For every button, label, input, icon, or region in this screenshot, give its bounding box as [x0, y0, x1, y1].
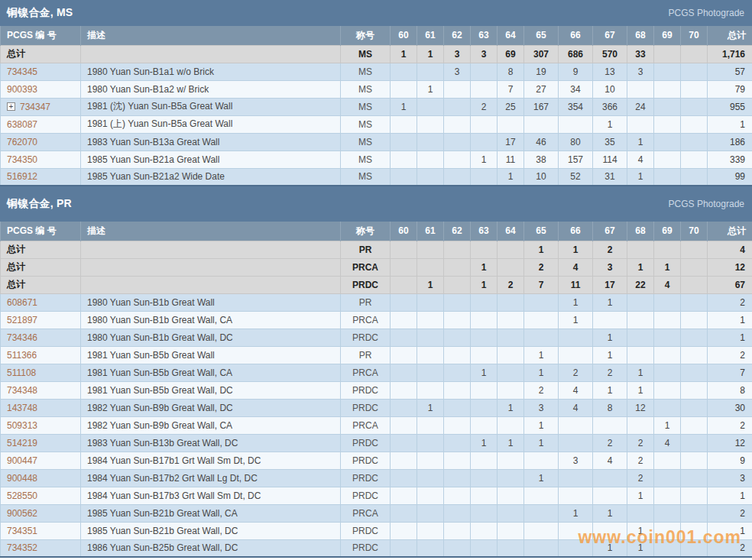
- grade-65-count-cell: 307: [524, 45, 559, 63]
- section-pr: 铜镍合金, PR PCGS Photograde PCGS 编 号描述称号606…: [0, 186, 752, 558]
- column-header-63: 63: [471, 26, 498, 45]
- photograde-link[interactable]: PCGS Photograde: [669, 8, 744, 18]
- pcgs-number-link[interactable]: 516912: [7, 171, 37, 182]
- grade-62-count-cell: [444, 487, 471, 504]
- total-row-label: 总计: [7, 244, 25, 254]
- pcgs-number-link[interactable]: 511108: [7, 367, 36, 378]
- pcgs-number-link[interactable]: 762070: [7, 137, 37, 147]
- designation-cell: PRCA: [341, 364, 391, 381]
- pcgs-number-link[interactable]: 900448: [7, 473, 37, 484]
- pcgs-number-link[interactable]: 900393: [7, 84, 37, 95]
- grade-66-count-cell: 157: [559, 151, 593, 168]
- grade-67-count-cell: 1: [593, 539, 627, 557]
- table-row: 7343481981 Yuan Sun-B5b Great Wall, DCPR…: [1, 381, 752, 399]
- grade-66-count-cell: 686: [559, 45, 593, 63]
- pcgs-number-link[interactable]: 734351: [7, 526, 37, 536]
- grade-62-count-cell: [444, 133, 471, 151]
- grade-68-count-cell: [627, 346, 654, 364]
- photograde-link[interactable]: PCGS Photograde: [669, 199, 744, 209]
- pcgs-cell: +734347: [1, 98, 81, 115]
- pcgs-cell: 762070: [1, 133, 81, 151]
- grade-68-count-cell: 1: [627, 522, 654, 539]
- grade-69-count-cell: 4: [654, 276, 681, 293]
- row-total-cell: 79: [708, 80, 752, 98]
- grade-63-count-cell: 2: [471, 98, 498, 115]
- grade-61-count-cell: [417, 293, 444, 311]
- pcgs-number-link[interactable]: 521897: [7, 315, 37, 325]
- grade-64-count-cell: [498, 329, 524, 346]
- column-header-row: PCGS 编 号描述称号6061626364656667686970总计: [1, 222, 752, 241]
- grade-60-count-cell: [391, 416, 417, 434]
- grade-70-count-cell: [681, 258, 708, 276]
- table-row: 9003931980 Yuan Sun-B1a2 w/ BrickMS17273…: [1, 80, 752, 98]
- grade-69-count-cell: [654, 80, 681, 98]
- designation-cell: PR: [341, 346, 391, 364]
- pcgs-number-link[interactable]: 608671: [7, 297, 37, 308]
- row-total-cell: 2: [708, 504, 752, 522]
- grade-68-count-cell: 1: [627, 168, 654, 186]
- grade-68-count-cell: 1: [627, 381, 654, 399]
- pcgs-number-link[interactable]: 638087: [7, 119, 37, 130]
- pcgs-number-link[interactable]: 734345: [7, 66, 37, 77]
- grade-63-count-cell: [471, 504, 498, 522]
- pcgs-number-link[interactable]: 528550: [7, 490, 37, 501]
- grade-67-count-cell: 4: [593, 452, 627, 469]
- grade-63-count-cell: 1: [471, 258, 498, 276]
- grade-66-count-cell: 1: [559, 504, 593, 522]
- pcgs-number-link[interactable]: 734346: [7, 332, 37, 343]
- column-header-designation: 称号: [341, 222, 391, 241]
- grade-70-count-cell: [681, 434, 708, 452]
- grade-70-count-cell: [681, 276, 708, 293]
- pcgs-cell: 143748: [1, 399, 81, 416]
- pcgs-number-link[interactable]: 511366: [7, 350, 37, 361]
- pcgs-number-link[interactable]: 900447: [7, 455, 37, 466]
- pcgs-number-link[interactable]: 900562: [7, 508, 37, 519]
- grade-68-count-cell: 33: [627, 45, 654, 63]
- row-total-cell: 57: [708, 63, 752, 80]
- pcgs-cell: 516912: [1, 168, 81, 186]
- grade-62-count-cell: 3: [444, 63, 471, 80]
- pcgs-number-link[interactable]: 509313: [7, 420, 37, 431]
- grade-68-count-cell: 2: [627, 452, 654, 469]
- designation-cell: PR: [341, 241, 391, 258]
- pcgs-number-link[interactable]: 143748: [7, 403, 37, 413]
- grade-60-count-cell: [391, 258, 417, 276]
- grade-62-count-cell: [444, 311, 471, 329]
- description-cell: 1981 Yuan Sun-B5b Great Wall, DC: [81, 381, 341, 399]
- grade-65-count-cell: [524, 539, 559, 557]
- pcgs-number-link[interactable]: 514219: [7, 438, 37, 448]
- pcgs-cell: 734351: [1, 522, 81, 539]
- grade-61-count-cell: [417, 452, 444, 469]
- grade-65-count-cell: [524, 487, 559, 504]
- grade-66-count-cell: [559, 115, 593, 133]
- grade-67-count-cell: 8: [593, 399, 627, 416]
- grade-63-count-cell: [471, 241, 498, 258]
- pcgs-number-link[interactable]: 734347: [20, 102, 50, 112]
- grade-67-count-cell: 2: [593, 434, 627, 452]
- designation-cell: MS: [341, 63, 391, 80]
- pcgs-number-link[interactable]: 734352: [7, 542, 37, 553]
- grade-68-count-cell: 24: [627, 98, 654, 115]
- grade-66-count-cell: 9: [559, 63, 593, 80]
- row-total-cell: 3: [708, 469, 752, 487]
- grade-62-count-cell: [444, 364, 471, 381]
- description-cell: 1982 Yuan Sun-B9b Great Wall, DC: [81, 399, 341, 416]
- grade-65-count-cell: 1: [524, 416, 559, 434]
- designation-cell: PRDC: [341, 539, 391, 557]
- table-row: 7343521986 Yuan Sun-B25b Great Wall, DCP…: [1, 539, 752, 557]
- pcgs-number-link[interactable]: 734350: [7, 154, 37, 165]
- grade-64-count-cell: [498, 364, 524, 381]
- grade-69-count-cell: [654, 487, 681, 504]
- column-header-65: 65: [524, 26, 559, 45]
- expand-plus-icon[interactable]: +: [7, 102, 15, 111]
- total-row-label: 总计: [7, 279, 25, 290]
- grade-70-count-cell: [681, 381, 708, 399]
- pcgs-number-link[interactable]: 734348: [7, 385, 37, 396]
- grade-69-count-cell: [654, 151, 681, 168]
- grade-63-count-cell: 1: [471, 364, 498, 381]
- grade-65-count-cell: 38: [524, 151, 559, 168]
- row-total-cell: 30: [708, 399, 752, 416]
- pcgs-cell: 总计: [1, 258, 81, 276]
- grade-69-count-cell: [654, 168, 681, 186]
- column-header-pcgs-number: PCGS 编 号: [1, 26, 81, 45]
